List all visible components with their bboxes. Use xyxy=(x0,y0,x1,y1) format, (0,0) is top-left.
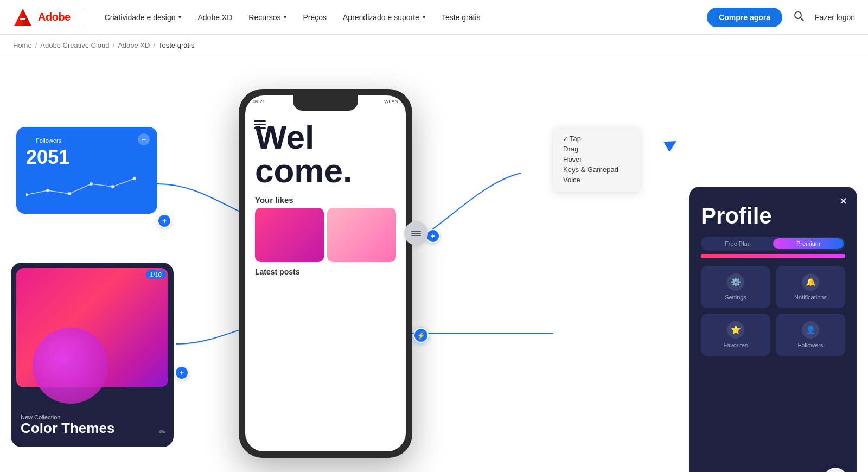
minimize-button[interactable]: − xyxy=(138,133,150,145)
hero-section: − 👤 Followers 2051 + ⚡ Tap Drag xyxy=(0,56,868,472)
search-button[interactable] xyxy=(793,10,804,24)
toggle-free[interactable]: Free Plan xyxy=(703,238,773,249)
welcome-text: Wel come. xyxy=(255,120,396,188)
breadcrumb-sep: / xyxy=(35,41,37,49)
add-button-collection[interactable]: + xyxy=(175,366,189,380)
followers-chart xyxy=(26,173,145,200)
search-icon xyxy=(793,10,804,21)
profile-title: Profile xyxy=(701,203,845,229)
nav-learning[interactable]: Aprendizado e suporte ▾ xyxy=(335,9,433,26)
profile-notifications[interactable]: 🔔 Notifications xyxy=(776,266,845,308)
profile-settings[interactable]: ⚙️ Settings xyxy=(701,266,770,308)
chevron-down-icon: ▾ xyxy=(284,14,286,20)
navbar: Adobe Criatividade e design ▾ Adobe XD R… xyxy=(0,0,868,35)
notifications-icon: 🔔 xyxy=(802,273,819,291)
phone-mockup: 09:21 WLAN Wel come. Your likes xyxy=(239,89,412,458)
likes-label: Your likes xyxy=(255,195,396,205)
breadcrumb: Home / Adobe Creative Cloud / Adobe XD /… xyxy=(0,35,868,56)
breadcrumb-sep: / xyxy=(153,41,155,49)
brand-name: Adobe xyxy=(38,11,71,23)
nav-menu: Criatividade e design ▾ Adobe XD Recurso… xyxy=(88,9,707,26)
chat-fab[interactable] xyxy=(824,468,847,472)
svg-point-9 xyxy=(111,185,114,188)
add-button-followers[interactable]: + xyxy=(157,214,171,228)
like-thumb-1 xyxy=(255,208,324,262)
phone-content: Wel come. Your likes Latest posts xyxy=(245,95,406,276)
svg-rect-2 xyxy=(20,18,25,20)
likes-grid xyxy=(255,208,396,262)
settings-icon: ⚙️ xyxy=(727,273,744,291)
settings-label: Settings xyxy=(725,294,746,301)
login-link[interactable]: Fazer logon xyxy=(815,13,855,22)
adobe-icon xyxy=(13,8,33,27)
followers-grid-label: Followers xyxy=(797,342,823,348)
favorites-label: Favorites xyxy=(723,342,748,348)
collection-circle xyxy=(33,328,108,404)
nav-trial[interactable]: Teste grátis xyxy=(434,9,488,26)
interaction-tap[interactable]: Tap xyxy=(563,133,630,144)
edit-icon[interactable]: ✏ xyxy=(159,427,166,437)
phone-screen: 09:21 WLAN Wel come. Your likes xyxy=(245,95,406,451)
collection-badge: 1/10 xyxy=(146,270,166,279)
chevron-down-icon: ▾ xyxy=(423,14,425,20)
latest-label: Latest posts xyxy=(255,267,396,276)
collection-title: Color Themes xyxy=(21,420,114,436)
breadcrumb-sep: / xyxy=(113,41,115,49)
interaction-hover[interactable]: Hover xyxy=(563,154,630,164)
svg-point-8 xyxy=(90,182,93,186)
interaction-voice[interactable]: Voice xyxy=(563,175,630,185)
profile-toggle[interactable]: Free Plan Premium xyxy=(701,237,845,251)
svg-point-6 xyxy=(46,189,49,192)
svg-point-7 xyxy=(68,192,71,195)
profile-grid: ⚙️ Settings 🔔 Notifications ⭐ Favorites … xyxy=(701,266,845,356)
collection-subtitle: New Collection xyxy=(21,414,114,420)
interaction-keys[interactable]: Keys & Gamepad xyxy=(563,164,630,175)
phone-notch xyxy=(293,95,358,111)
svg-point-10 xyxy=(133,177,136,180)
svg-point-3 xyxy=(795,12,801,18)
like-thumb-2 xyxy=(327,208,396,262)
followers-label: 👤 Followers xyxy=(26,137,148,144)
nav-creativity[interactable]: Criatividade e design ▾ xyxy=(97,9,189,26)
breadcrumb-current: Teste grátis xyxy=(158,41,194,49)
chart-area xyxy=(26,173,148,202)
interaction-dropdown: Tap Drag Hover Keys & Gamepad Voice xyxy=(553,127,640,192)
close-button[interactable]: ✕ xyxy=(839,195,847,207)
hamburger-menu[interactable] xyxy=(254,120,266,129)
hamburger-line xyxy=(254,127,266,129)
breadcrumb-home[interactable]: Home xyxy=(13,41,32,49)
add-button-phone[interactable]: + xyxy=(426,229,440,243)
menu-circle-button[interactable] xyxy=(404,221,428,245)
profile-favorites[interactable]: ⭐ Favorites xyxy=(701,314,770,356)
followers-icon: 👤 xyxy=(802,321,819,339)
breadcrumb-xd[interactable]: Adobe XD xyxy=(118,41,150,49)
profile-followers[interactable]: 👤 Followers xyxy=(776,314,845,356)
logo: Adobe xyxy=(13,8,84,27)
favorites-icon: ⭐ xyxy=(727,321,744,339)
interaction-drag[interactable]: Drag xyxy=(563,144,630,154)
menu-icon xyxy=(411,229,422,237)
collection-image xyxy=(16,268,168,387)
followers-card: − 👤 Followers 2051 xyxy=(16,127,157,214)
hamburger-line xyxy=(254,120,266,122)
svg-point-5 xyxy=(26,193,28,196)
svg-line-4 xyxy=(801,18,803,21)
arrow-pointer-icon: ▶ xyxy=(661,132,681,154)
buy-button[interactable]: Compre agora xyxy=(707,8,782,27)
nav-adobexd[interactable]: Adobe XD xyxy=(190,9,240,26)
nav-recursos[interactable]: Recursos ▾ xyxy=(241,9,294,26)
phone-body: 09:21 WLAN Wel come. Your likes xyxy=(239,89,412,458)
profile-card: ✕ Profile Free Plan Premium ⚙️ Settings … xyxy=(689,187,857,472)
collection-card: 1/10 New Collection Color Themes ✏ xyxy=(11,263,174,447)
chevron-down-icon: ▾ xyxy=(178,14,181,20)
collection-text: New Collection Color Themes xyxy=(21,414,114,436)
nav-right: Compre agora Fazer logon xyxy=(707,8,855,27)
breadcrumb-acc[interactable]: Adobe Creative Cloud xyxy=(40,41,109,49)
connector-node-right: ⚡ xyxy=(413,328,429,343)
toggle-premium[interactable]: Premium xyxy=(773,238,844,249)
notifications-label: Notifications xyxy=(794,294,827,301)
hamburger-line xyxy=(254,124,266,126)
followers-count: 2051 xyxy=(26,146,148,169)
nav-precos[interactable]: Preços xyxy=(295,9,334,26)
likes-section: Your likes xyxy=(255,195,396,262)
